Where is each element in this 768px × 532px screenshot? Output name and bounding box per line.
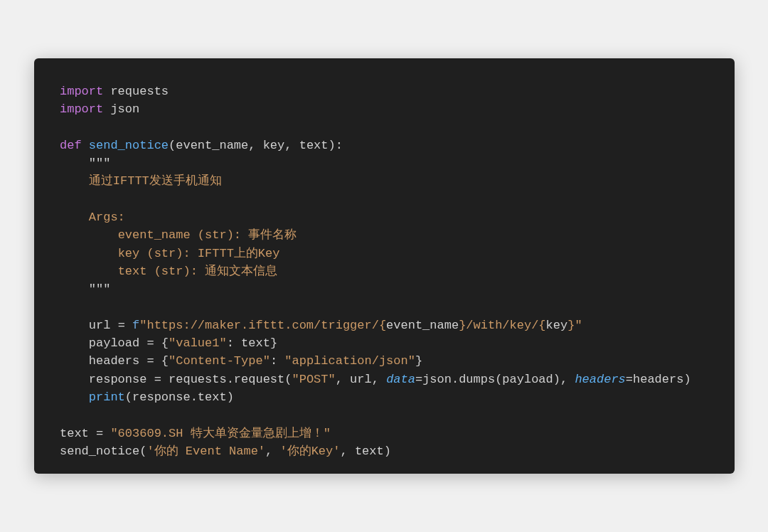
paren: ( xyxy=(139,445,146,458)
dict-key: "Content-Type" xyxy=(169,354,270,368)
equals: = xyxy=(146,354,154,368)
brace: { xyxy=(161,336,169,350)
comma: , xyxy=(284,139,299,152)
kwarg-name: headers xyxy=(575,373,625,386)
equals: = xyxy=(154,373,161,386)
fstring-var: key xyxy=(546,319,568,332)
dict-key: "value1" xyxy=(169,336,227,350)
kwarg-val: json.dumps(payload) xyxy=(422,373,560,386)
dict-val: text xyxy=(241,336,270,350)
dict-val: "application/json" xyxy=(284,354,415,368)
string-quote: " xyxy=(575,319,582,332)
var-text: text xyxy=(60,427,96,440)
f-prefix: f xyxy=(132,319,139,332)
equals: = xyxy=(626,373,633,386)
colon: : xyxy=(270,354,284,368)
paren: ): xyxy=(329,139,343,152)
docstring-arg: key (str): IFTTT上的Key xyxy=(118,247,280,260)
space xyxy=(161,373,169,386)
space xyxy=(154,336,161,350)
arg: response.text xyxy=(132,390,227,404)
docstring-arg: event_name (str): 事件名称 xyxy=(118,228,297,242)
docstring-args-header: Args: xyxy=(89,211,125,224)
comma: , xyxy=(336,373,350,386)
docstring-arg: text (str): 通知文本信息 xyxy=(118,265,277,278)
call-print: print xyxy=(89,390,125,404)
string-segment: /with/key/ xyxy=(466,319,538,332)
arg: url xyxy=(350,373,372,386)
paren: ( xyxy=(125,390,132,404)
triple-quote: """ xyxy=(89,282,111,296)
triple-quote: """ xyxy=(89,156,111,170)
call: requests.request( xyxy=(169,373,292,386)
string-arg: "POST" xyxy=(292,373,335,386)
equals: = xyxy=(96,427,103,440)
brace: { xyxy=(379,319,386,332)
equals: = xyxy=(146,336,154,350)
colon: : xyxy=(227,336,241,350)
comma: , xyxy=(248,139,262,152)
comma: , xyxy=(340,445,354,458)
brace: { xyxy=(161,354,169,368)
arg: text xyxy=(355,445,384,458)
paren: ( xyxy=(169,139,176,152)
string-segment: https://maker.ifttt.com/trigger/ xyxy=(146,319,378,332)
equals: = xyxy=(415,373,422,386)
string-arg: '你的 Event Name' xyxy=(146,445,265,458)
param: key xyxy=(263,139,285,152)
var-response: response xyxy=(89,373,154,386)
paren: ) xyxy=(227,390,234,404)
var-payload: payload xyxy=(89,336,147,350)
keyword-def: def xyxy=(60,139,82,152)
call-send-notice: send_notice xyxy=(60,445,139,458)
space xyxy=(103,427,110,440)
paren: ) xyxy=(384,445,391,458)
docstring-line: 通过IFTTT发送手机通知 xyxy=(89,174,222,188)
brace: } xyxy=(459,319,466,332)
brace: } xyxy=(415,354,422,368)
param: event_name xyxy=(176,139,248,152)
string-quote: " xyxy=(139,319,146,332)
space xyxy=(154,354,161,368)
comma: , xyxy=(560,373,575,386)
function-name: send_notice xyxy=(89,139,169,152)
brace: { xyxy=(538,319,545,332)
string-literal: "603609.SH 特大单资金量急剧上增！" xyxy=(110,427,330,440)
param: text xyxy=(299,139,329,152)
var-url: url xyxy=(89,319,118,332)
string-arg: '你的Key' xyxy=(279,445,340,458)
comma: , xyxy=(265,445,279,458)
space xyxy=(125,319,132,332)
brace: } xyxy=(270,336,277,350)
fstring-var: event_name xyxy=(386,319,459,332)
comma: , xyxy=(372,373,386,386)
equals: = xyxy=(118,319,125,332)
keyword-import: import xyxy=(60,102,103,116)
keyword-import: import xyxy=(60,85,103,98)
module-name: json xyxy=(110,102,139,116)
brace: } xyxy=(567,319,575,332)
code-card: import requests import json def send_not… xyxy=(34,58,735,474)
kwarg-name: data xyxy=(386,373,415,386)
var-headers: headers xyxy=(89,354,147,368)
kwarg-val: headers) xyxy=(633,373,691,386)
module-name: requests xyxy=(110,85,169,98)
code-block: import requests import json def send_not… xyxy=(60,83,712,460)
